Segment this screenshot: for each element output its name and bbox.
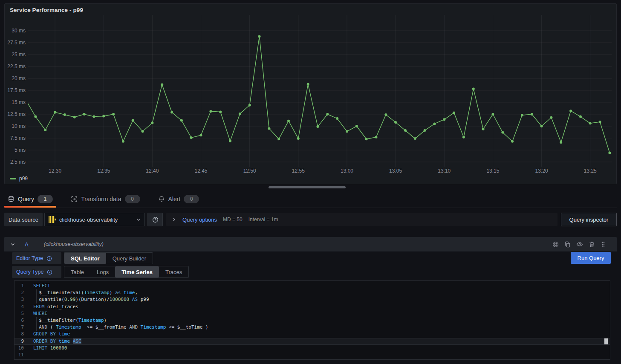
query-ref-id[interactable]: A	[25, 241, 29, 248]
code-token: Timestamp	[56, 324, 81, 330]
hide-response-eye-icon[interactable]	[576, 241, 583, 248]
y-axis-tick: 12.5 ms	[7, 111, 26, 117]
indent-guide	[36, 289, 37, 296]
indent-guide	[36, 317, 37, 324]
disable-query-icon[interactable]	[552, 241, 559, 248]
collapse-chevron-icon[interactable]	[10, 242, 15, 247]
chevron-right-icon[interactable]	[171, 217, 176, 222]
code-token: LIMIT	[33, 345, 47, 351]
code-token: Timestamp	[84, 290, 110, 295]
tab-transform-badge: 0	[125, 195, 140, 203]
query-row-header[interactable]: A (clickhouse-observability)	[4, 237, 617, 251]
code-line[interactable]: 11	[14, 352, 610, 358]
chart-legend: p99	[10, 176, 28, 182]
query-options-section: Query options MD = 50 Interval = 1m	[166, 213, 557, 226]
line-number: 9	[14, 338, 24, 345]
sql-code-editor[interactable]: 1SELECT2 $__timeInterval(Timestamp) as t…	[14, 280, 610, 360]
code-line[interactable]: 10LIMIT 100000	[14, 345, 610, 352]
legend-series-label[interactable]: p99	[19, 176, 28, 182]
question-circle-icon	[152, 217, 159, 223]
datasource-row: Data source clickhouse-observability	[4, 213, 617, 226]
code-token: $__fromTime	[92, 324, 129, 330]
query-inspector-button[interactable]: Query inspector	[561, 213, 617, 226]
query-type-label: Query Type	[16, 269, 43, 275]
query-type-row: Query Type Table Logs Time Series Traces	[12, 266, 189, 278]
tab-query-badge: 1	[38, 195, 53, 203]
code-line[interactable]: 7 AND ( Timestamp >= $__fromTime AND Tim…	[14, 324, 610, 331]
selected-token: ASC	[73, 338, 81, 344]
code-token: >=	[87, 324, 92, 330]
timeseries-chart[interactable]: 30 ms27.5 ms25 ms22.5 ms20 ms17.5 ms15 m…	[5, 4, 616, 183]
x-axis-tick: 12:55	[292, 168, 305, 174]
tab-query[interactable]: Query 1	[4, 192, 56, 208]
timeseries-panel: 30 ms27.5 ms25 ms22.5 ms20 ms17.5 ms15 m…	[4, 3, 617, 184]
code-line[interactable]: 8GROUP BY time	[14, 331, 610, 338]
database-icon	[8, 196, 14, 202]
code-token: p99	[138, 297, 149, 302]
code-token: AS	[132, 297, 138, 302]
query-type-segmented: Table Logs Time Series Traces	[64, 266, 189, 278]
code-token: time	[59, 338, 70, 344]
code-token	[81, 324, 87, 330]
remove-query-trash-icon[interactable]	[589, 241, 595, 248]
code-line[interactable]: 4FROM otel_traces	[14, 303, 610, 310]
query-type-option-traces[interactable]: Traces	[159, 266, 188, 277]
tab-transform-data[interactable]: Transform data 0	[67, 192, 143, 208]
code-line-content	[24, 352, 610, 358]
x-axis-tick: 12:30	[49, 168, 61, 174]
code-token	[56, 331, 59, 337]
code-line[interactable]: 5WHERE	[14, 310, 610, 317]
x-axis-tick: 13:00	[341, 168, 353, 174]
query-type-option-logs[interactable]: Logs	[90, 266, 115, 277]
editor-type-option-sql-editor[interactable]: SQL Editor	[64, 253, 106, 264]
query-datasource-hint: (clickhouse-observability)	[44, 241, 104, 247]
datasource-help-button[interactable]	[147, 213, 163, 226]
legend-series-swatch[interactable]	[10, 178, 16, 179]
horizontal-scrollbar-thumb[interactable]	[269, 186, 346, 188]
y-axis-tick: 20 ms	[12, 75, 26, 81]
info-circle-icon[interactable]	[46, 256, 52, 261]
tab-alert-label: Alert	[168, 196, 181, 202]
code-token: SELECT	[33, 283, 50, 289]
code-line-content: SELECT	[24, 283, 610, 289]
y-axis-tick: 15 ms	[12, 99, 26, 105]
code-line-content: AND ( Timestamp >= $__fromTime AND Times…	[24, 324, 610, 331]
line-number: 11	[14, 352, 24, 358]
line-number: 1	[14, 283, 24, 289]
code-token: )	[104, 318, 107, 323]
tab-alert[interactable]: Alert 0	[155, 192, 203, 208]
query-type-label-box: Query Type	[12, 266, 61, 278]
code-line[interactable]: 2 $__timeInterval(Timestamp) as time,	[14, 289, 610, 296]
code-token: Timestamp	[78, 318, 104, 323]
code-token	[47, 345, 50, 351]
code-token: AND	[129, 324, 138, 330]
tab-query-label: Query	[18, 196, 34, 202]
drag-handle-icon[interactable]	[601, 241, 606, 247]
chevron-down-icon	[136, 217, 141, 222]
code-line-content: quantile(0.99)(Duration)/1000000 AS p99	[24, 296, 610, 303]
y-axis-tick: 2.5 ms	[10, 159, 26, 165]
query-options-link[interactable]: Query options	[182, 217, 217, 223]
code-token: time	[59, 331, 70, 337]
code-line-current[interactable]: 9ORDER BY time ASC	[14, 338, 610, 345]
info-circle-icon[interactable]	[47, 269, 52, 275]
code-token: 1000000	[110, 297, 129, 302]
panel-title[interactable]: Service Performance - p99	[10, 7, 83, 13]
code-line[interactable]: 1SELECT	[14, 283, 610, 289]
datasource-select[interactable]: clickhouse-observability	[44, 213, 145, 226]
code-line[interactable]: 6 $__timeFilter(Timestamp)	[14, 317, 610, 324]
editor-type-option-query-builder[interactable]: Query Builder	[106, 253, 153, 264]
code-token: AND	[39, 324, 47, 330]
query-type-option-time-series[interactable]: Time Series	[115, 266, 159, 277]
x-axis-tick: 12:35	[97, 168, 110, 174]
transform-icon	[71, 196, 78, 202]
query-type-option-table[interactable]: Table	[64, 266, 90, 277]
duplicate-query-icon[interactable]	[564, 241, 571, 248]
code-line-content: $__timeInterval(Timestamp) as time,	[24, 289, 610, 296]
line-number: 5	[14, 310, 24, 317]
line-number: 2	[14, 289, 24, 296]
code-line[interactable]: 3 quantile(0.99)(Duration)/1000000 AS p9…	[14, 296, 610, 303]
indent-guide	[36, 324, 37, 331]
editor-type-label-box: Editor Type	[12, 252, 61, 264]
run-query-button[interactable]: Run Query	[571, 252, 611, 264]
